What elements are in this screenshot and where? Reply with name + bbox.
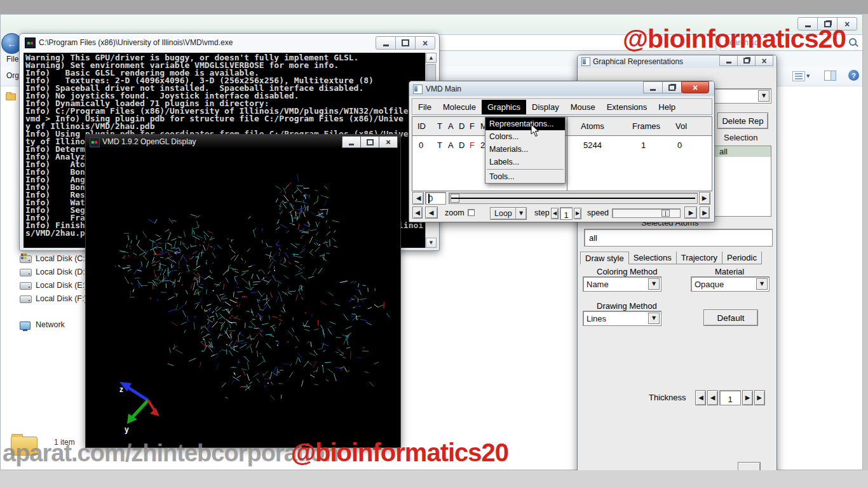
go-to-end-button[interactable]: ▶	[699, 192, 710, 205]
selected-atoms-input[interactable]	[588, 233, 768, 243]
menu-molecule[interactable]: Molecule	[437, 100, 482, 114]
speed-slider[interactable]	[612, 208, 681, 218]
menu-item-representations[interactable]: Representations...	[485, 118, 565, 130]
thickness-label: Thickness	[649, 393, 686, 402]
table-cell: F	[470, 140, 475, 150]
step-label: step	[534, 208, 550, 217]
frame-slider-thumb[interactable]	[451, 194, 459, 203]
table-cell: T	[437, 140, 442, 150]
network-icon	[20, 322, 31, 330]
close-button[interactable]: ×	[681, 81, 709, 93]
views-icon[interactable]	[792, 71, 805, 81]
thickness-field[interactable]: 1	[719, 390, 741, 405]
speed-slider-thumb[interactable]	[661, 210, 670, 217]
tab-periodic[interactable]: Periodic	[722, 252, 762, 264]
step-increment-button[interactable]: ▶	[574, 208, 581, 219]
thickness-increment-button[interactable]: ▶	[742, 390, 753, 405]
close-icon: ×	[693, 85, 698, 91]
menu-item-colors[interactable]: Colors...	[485, 130, 565, 143]
scroll-up-icon[interactable]: ▲	[426, 53, 437, 63]
selected-atoms-field[interactable]	[584, 229, 773, 247]
watermark-aparat: aparat.com/zhintebcorporation	[3, 440, 338, 467]
tab-selections[interactable]: Selections	[629, 252, 677, 264]
table-header-vol: Vol	[675, 121, 687, 131]
console-titlebar[interactable]: C:\Program Files (x86)\University of Ill…	[20, 34, 439, 51]
default-button[interactable]: Default	[703, 309, 758, 326]
close-icon: ×	[423, 40, 428, 46]
menu-file[interactable]: File	[412, 100, 437, 114]
preview-pane-icon[interactable]	[824, 71, 836, 81]
close-button[interactable]: ×	[415, 36, 435, 50]
loop-value: Loop	[491, 209, 515, 218]
menu-graphics[interactable]: Graphics	[482, 100, 526, 114]
table-divider	[567, 117, 567, 191]
molecule-viewport[interactable]: zy	[88, 150, 399, 446]
vmd-main-titlebar[interactable]: VMD Main ×	[409, 81, 714, 96]
play-forward-button[interactable]: ▶	[700, 207, 710, 219]
menu-file[interactable]: File	[6, 55, 18, 64]
disk-icon	[20, 282, 32, 290]
coloring-method-dropdown[interactable]: Name ▼	[583, 276, 661, 292]
material-dropdown[interactable]: Opaque ▼	[691, 276, 770, 292]
step-field[interactable]: 1	[560, 207, 573, 220]
table-cell: 5244	[583, 140, 602, 150]
table-cell: 0	[677, 140, 682, 150]
minimize-button[interactable]	[376, 36, 396, 50]
opengl-title: VMD 1.9.2 OpenGL Display	[102, 137, 196, 146]
zoom-checkbox[interactable]	[468, 209, 475, 216]
chevron-down-icon[interactable]: ▼	[515, 208, 526, 219]
menu-help[interactable]: Help	[653, 100, 681, 114]
tab-draw-style[interactable]: Draw style	[580, 252, 629, 264]
coloring-method-label: Coloring Method	[597, 267, 657, 276]
material-value: Opaque	[695, 280, 724, 289]
menu-item-tools[interactable]: Tools...	[485, 170, 565, 183]
menu-mouse[interactable]: Mouse	[565, 100, 601, 114]
menu-display[interactable]: Display	[526, 100, 565, 114]
frame-field[interactable]: 0	[425, 192, 446, 205]
help-icon[interactable]: ?	[848, 70, 859, 81]
opengl-titlebar[interactable]: VMD 1.9.2 OpenGL Display ×	[86, 135, 400, 149]
restore-button[interactable]	[662, 81, 682, 93]
thickness-increment-fast-button[interactable]: ▶	[754, 390, 765, 405]
go-to-start-button[interactable]: ◀	[412, 192, 424, 205]
tab-trajectory[interactable]: Trajectory	[677, 252, 722, 264]
table-header-t: T	[437, 121, 442, 131]
step-back-button[interactable]: ◀	[425, 207, 438, 219]
chevron-down-icon[interactable]: ▼	[648, 278, 660, 290]
restore-button[interactable]	[737, 55, 756, 66]
close-button[interactable]: ×	[755, 55, 773, 66]
step-forward-button[interactable]: ▶	[684, 207, 697, 219]
chevron-down-icon[interactable]: ▼	[806, 74, 810, 79]
step-back-icon: ◀	[698, 395, 703, 401]
chevron-down-icon[interactable]: ▼	[756, 278, 768, 290]
play-reverse-button[interactable]: ◀	[412, 207, 423, 219]
minimize-icon	[726, 62, 731, 64]
step-decrement-button[interactable]: ◀	[551, 208, 559, 219]
text-cursor	[428, 194, 430, 203]
rep-tabs: Draw styleSelectionsTrajectoryPeriodic	[580, 252, 762, 264]
maximize-button[interactable]	[395, 36, 416, 50]
vmd-main-title: VMD Main	[426, 85, 461, 93]
minimize-button[interactable]	[643, 81, 663, 93]
chevron-down-icon[interactable]: ▼	[758, 90, 770, 102]
menu-item-labels[interactable]: Labels...	[485, 156, 565, 168]
chevron-down-icon[interactable]: ▼	[648, 313, 660, 324]
zoom-label: zoom	[445, 208, 465, 217]
svg-text:y: y	[125, 425, 129, 434]
frame-slider[interactable]	[449, 193, 698, 204]
maximize-button[interactable]	[360, 136, 379, 148]
selection-column-header: Selection	[724, 133, 757, 142]
menu-item-materials[interactable]: Materials...	[485, 143, 565, 156]
scroll-down-icon[interactable]: ▼	[426, 238, 437, 248]
thickness-decrement-fast-button[interactable]: ◀	[695, 390, 706, 405]
drawing-method-value: Lines	[587, 314, 606, 323]
close-button[interactable]: ×	[379, 136, 398, 148]
minimize-button[interactable]	[719, 55, 738, 66]
menu-extensions[interactable]: Extensions	[601, 100, 653, 114]
thickness-decrement-button[interactable]: ◀	[707, 390, 718, 405]
loop-dropdown[interactable]: Loop ▼	[490, 207, 527, 220]
delete-rep-button[interactable]: Delete Rep	[717, 112, 768, 129]
gr-titlebar[interactable]: Graphical Representations ×	[578, 55, 776, 68]
drawing-method-dropdown[interactable]: Lines ▼	[583, 311, 661, 326]
minimize-button[interactable]	[342, 136, 361, 148]
